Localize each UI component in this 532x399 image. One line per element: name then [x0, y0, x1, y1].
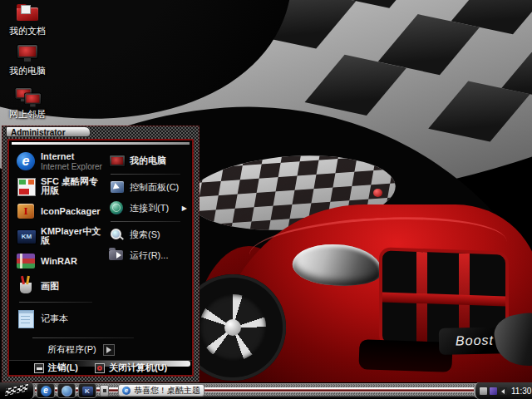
search-icon	[109, 227, 125, 243]
menu-item-label: 连接到(T)	[130, 204, 169, 213]
all-programs-arrow-icon	[103, 344, 115, 356]
menu-item-label: 搜索(S)	[130, 230, 160, 239]
internet-explorer-icon: e	[16, 151, 36, 171]
shut-down-label: 关闭计算机(U)	[109, 362, 167, 374]
menu-item-title: IconPackager	[41, 207, 101, 216]
my-documents-icon	[15, 3, 40, 23]
notepad-icon	[16, 308, 36, 328]
menu-item-subtitle: Internet Explorer	[41, 162, 102, 171]
start-menu-top-strip	[12, 142, 190, 145]
menu-separator	[111, 221, 180, 222]
menu-item-title: SFC 桌酷网专用版	[41, 177, 102, 195]
quick-launch-browser[interactable]	[57, 383, 76, 398]
menu-item-title: WinRAR	[41, 257, 77, 266]
menu-item-label: 运行(R)...	[130, 251, 168, 260]
my-computer-icon	[15, 43, 40, 63]
start-menu-pinned-column: e Internet Internet Explorer SFC 桌酷网专用版 …	[9, 145, 104, 336]
start-button[interactable]	[0, 382, 35, 399]
all-programs-button[interactable]: 所有程序(P)	[9, 340, 192, 360]
taskbar-task-button[interactable]: e 恭喜您！桌酷主题...	[118, 384, 204, 397]
quick-launch-internet-explorer[interactable]: e	[37, 383, 55, 398]
menu-separator	[111, 174, 180, 175]
shut-down-button[interactable]: 关闭计算机(U)	[95, 362, 167, 374]
tray-eject-icon[interactable]	[480, 387, 487, 395]
start-menu-system-column: 我的电脑 控制面板(C) 连接到(T) ▶ 搜索(	[104, 145, 192, 336]
menu-separator	[19, 302, 92, 303]
menu-item-label: 我的电脑	[130, 156, 166, 165]
desktop-icon-label: 网上邻居	[2, 109, 53, 119]
taskbar-clock[interactable]: 11:30	[511, 387, 531, 396]
menu-separator	[32, 337, 134, 338]
quick-launch-expand-button[interactable]	[100, 385, 109, 397]
iconpackager-icon: I	[16, 201, 36, 221]
system-tray: 11:30	[474, 382, 532, 399]
start-flag-icon	[5, 386, 17, 396]
desktop-icon-label: 我的电脑	[2, 66, 53, 76]
car-hood-ornament	[373, 189, 382, 197]
menu-item-kmplayer[interactable]: KM KMPlayer中文版	[14, 224, 104, 249]
menu-item-title: KMPlayer中文版	[41, 227, 102, 245]
kmplayer-icon: KM	[16, 226, 36, 246]
car-wheel-hub	[224, 319, 241, 336]
paint-icon	[16, 276, 36, 296]
start-menu: Administrator e Internet Internet Explor…	[2, 126, 200, 382]
my-computer-icon	[109, 153, 125, 169]
tray-volume-icon[interactable]	[500, 387, 507, 395]
menu-item-winrar[interactable]: WinRAR	[14, 249, 104, 273]
desktop-icon-label: 我的文档	[2, 26, 53, 36]
menu-item-internet[interactable]: e Internet Internet Explorer	[14, 149, 104, 174]
menu-item-title: Internet	[41, 152, 102, 161]
connect-to-icon	[109, 200, 125, 216]
menu-item-paint[interactable]: 画图	[14, 273, 104, 298]
start-menu-user-name: Administrator	[6, 126, 91, 137]
menu-item-notepad[interactable]: 记事本	[14, 306, 104, 331]
start-menu-frame: Administrator e Internet Internet Explor…	[2, 126, 200, 382]
start-flag-icon	[17, 384, 29, 394]
menu-item-label: 控制面板(C)	[130, 183, 179, 192]
shut-down-icon	[95, 363, 105, 373]
log-off-label: 注销(L)	[48, 362, 78, 374]
log-off-icon	[34, 363, 44, 373]
quick-launch-bar: e K	[37, 383, 111, 398]
menu-item-connect-to[interactable]: 连接到(T) ▶	[107, 198, 190, 219]
log-off-button[interactable]: 注销(L)	[34, 362, 78, 374]
control-panel-icon	[109, 180, 125, 195]
start-menu-bottom-bar: 注销(L) 关闭计算机(U)	[9, 360, 192, 375]
tray-app-icon[interactable]	[490, 387, 497, 395]
menu-item-title: 记事本	[41, 314, 68, 323]
globe-icon	[62, 386, 72, 397]
menu-item-title: 画图	[41, 282, 59, 291]
task-button-label: 恭喜您！桌酷主题...	[134, 385, 200, 397]
menu-item-iconpackager[interactable]: I IconPackager	[14, 199, 104, 224]
menu-item-sfc[interactable]: SFC 桌酷网专用版	[14, 174, 104, 199]
desktop-icon-my-documents[interactable]: 我的文档	[2, 3, 53, 36]
quick-launch-media-player[interactable]: K	[78, 383, 96, 398]
submenu-arrow-icon: ▶	[182, 204, 189, 212]
ie-icon: e	[122, 387, 131, 395]
desktop-icon-my-computer[interactable]: 我的电脑	[2, 43, 53, 76]
all-programs-label: 所有程序(P)	[47, 343, 96, 356]
winrar-icon	[16, 251, 36, 271]
sfc-icon	[16, 176, 36, 196]
plate-text: Boost	[456, 333, 494, 349]
network-places-icon	[15, 86, 40, 106]
menu-item-control-panel[interactable]: 控制面板(C)	[107, 177, 190, 198]
start-menu-body: e Internet Internet Explorer SFC 桌酷网专用版 …	[7, 139, 194, 377]
taskbar: e K e 恭喜您！桌酷主题... 11:30	[0, 382, 532, 399]
run-icon	[109, 248, 125, 264]
menu-item-my-computer[interactable]: 我的电脑	[107, 150, 190, 171]
media-player-icon: K	[82, 387, 93, 396]
ie-icon: e	[41, 386, 52, 397]
desktop-icon-network-places[interactable]: 网上邻居	[2, 86, 53, 119]
menu-item-run[interactable]: 运行(R)...	[107, 245, 190, 266]
menu-item-search[interactable]: 搜索(S)	[107, 224, 190, 245]
